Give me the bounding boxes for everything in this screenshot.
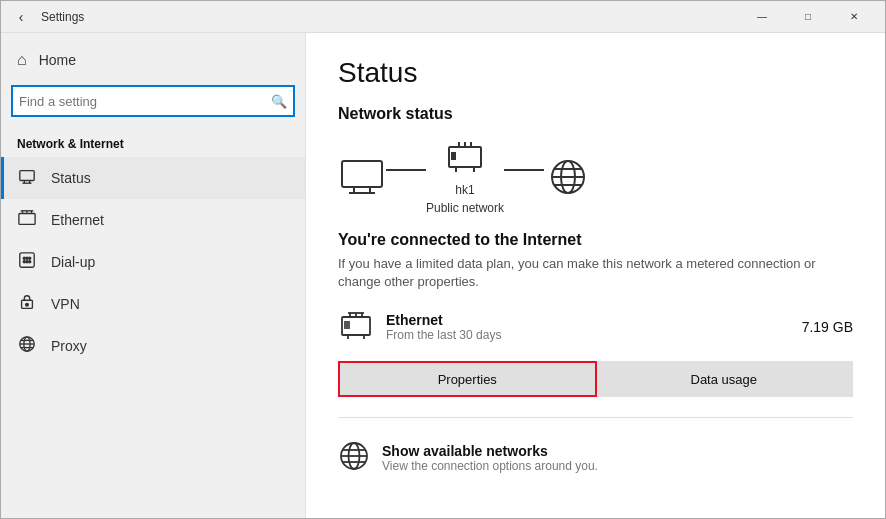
- status-icon: [17, 167, 37, 189]
- computer-icon-group: [338, 157, 386, 197]
- back-button[interactable]: ‹: [9, 5, 33, 29]
- svg-rect-23: [342, 161, 382, 187]
- home-icon: ⌂: [17, 51, 27, 69]
- home-label: Home: [39, 52, 76, 68]
- search-icon: 🔍: [271, 94, 287, 109]
- svg-rect-0: [20, 171, 34, 181]
- router-sublabel: Public network: [426, 201, 504, 215]
- sidebar-item-ethernet-label: Ethernet: [51, 212, 104, 228]
- svg-rect-9: [20, 253, 34, 267]
- action-buttons: Properties Data usage: [338, 361, 853, 397]
- line-2: [504, 169, 544, 171]
- ethernet-row: Ethernet From the last 30 days 7.19 GB: [338, 307, 853, 347]
- maximize-button[interactable]: □: [785, 1, 831, 33]
- svg-point-12: [29, 257, 31, 259]
- search-box[interactable]: 🔍: [11, 85, 295, 117]
- sidebar-item-dialup-label: Dial-up: [51, 254, 95, 270]
- search-input[interactable]: [19, 94, 267, 109]
- ethernet-sub: From the last 30 days: [386, 328, 790, 342]
- window-title: Settings: [41, 10, 739, 24]
- svg-point-15: [29, 261, 31, 263]
- svg-point-11: [26, 257, 28, 259]
- sidebar-item-dialup[interactable]: Dial-up: [1, 241, 305, 283]
- close-button[interactable]: ✕: [831, 1, 877, 33]
- sidebar-item-ethernet[interactable]: Ethernet: [1, 199, 305, 241]
- svg-rect-33: [451, 152, 456, 160]
- router-icon-group: hk1 Public network: [426, 139, 504, 215]
- content-area: Status Network status: [306, 33, 885, 518]
- sidebar-item-vpn[interactable]: VPN: [1, 283, 305, 325]
- router-label: hk1: [455, 183, 474, 197]
- connected-desc: If you have a limited data plan, you can…: [338, 255, 818, 291]
- available-networks-sub: View the connection options around you.: [382, 459, 598, 473]
- network-diagram: hk1 Public network: [338, 139, 853, 215]
- window-controls: — □ ✕: [739, 1, 877, 33]
- available-networks-text: Show available networks View the connect…: [382, 443, 598, 473]
- svg-rect-46: [344, 321, 350, 329]
- minimize-button[interactable]: —: [739, 1, 785, 33]
- sidebar-item-status[interactable]: Status: [1, 157, 305, 199]
- properties-button[interactable]: Properties: [338, 361, 597, 397]
- ethernet-data: 7.19 GB: [802, 319, 853, 335]
- line-1: [386, 169, 426, 171]
- connected-title: You're connected to the Internet: [338, 231, 853, 249]
- divider: [338, 417, 853, 418]
- ethernet-name: Ethernet: [386, 312, 790, 328]
- proxy-icon: [17, 335, 37, 357]
- svg-point-13: [23, 261, 25, 263]
- available-networks-label: Show available networks: [382, 443, 598, 459]
- sidebar-item-vpn-label: VPN: [51, 296, 80, 312]
- globe-icon-group: [544, 157, 592, 197]
- sidebar-item-proxy[interactable]: Proxy: [1, 325, 305, 367]
- svg-rect-4: [19, 214, 35, 225]
- dialup-icon: [17, 251, 37, 273]
- sidebar-section-title: Network & Internet: [1, 129, 305, 157]
- data-usage-button[interactable]: Data usage: [597, 361, 854, 397]
- available-networks-icon: [338, 440, 370, 476]
- sidebar-item-status-label: Status: [51, 170, 91, 186]
- sidebar: ⌂ Home 🔍 Network & Internet Status: [1, 33, 306, 518]
- ethernet-sidebar-icon: [17, 209, 37, 231]
- svg-point-14: [26, 261, 28, 263]
- sidebar-home[interactable]: ⌂ Home: [1, 41, 305, 79]
- page-title: Status: [338, 57, 853, 89]
- main-area: ⌂ Home 🔍 Network & Internet Status: [1, 33, 885, 518]
- vpn-icon: [17, 293, 37, 315]
- titlebar: ‹ Settings — □ ✕: [1, 1, 885, 33]
- svg-point-17: [26, 303, 29, 306]
- ethernet-info: Ethernet From the last 30 days: [386, 312, 790, 342]
- network-status-heading: Network status: [338, 105, 853, 123]
- svg-point-10: [23, 257, 25, 259]
- ethernet-icon: [338, 307, 374, 347]
- available-networks[interactable]: Show available networks View the connect…: [338, 434, 853, 482]
- sidebar-item-proxy-label: Proxy: [51, 338, 87, 354]
